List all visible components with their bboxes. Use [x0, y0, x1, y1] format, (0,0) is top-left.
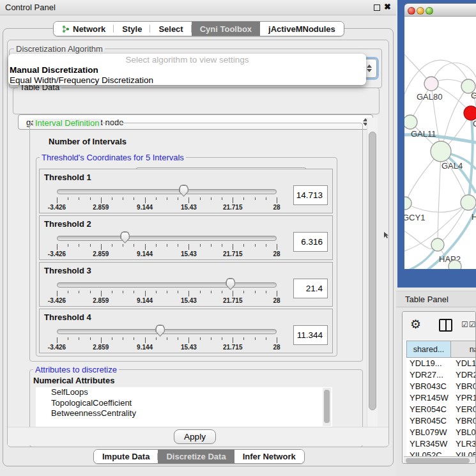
split-columns-icon[interactable]: [439, 319, 452, 332]
threshold-value-input[interactable]: [293, 279, 328, 298]
slider-tick: [57, 291, 58, 296]
table-row[interactable]: YIL052CYIL052C: [406, 450, 476, 456]
select-columns-icon[interactable]: ☑☑: [461, 320, 476, 329]
slider-tick: [243, 197, 244, 200]
network-icon: [62, 25, 70, 33]
slider-handle[interactable]: [155, 325, 165, 337]
table-cell: YER054C: [451, 404, 476, 415]
slider-tick-label: -3.426: [48, 344, 66, 351]
table-row[interactable]: YBR045CYBR045C: [406, 415, 476, 427]
slider-tick: [222, 337, 222, 340]
slider-tick: [57, 337, 58, 343]
slider-tick: [222, 291, 222, 293]
slider-handle[interactable]: [179, 185, 188, 197]
network-node-label: GAL80: [417, 92, 442, 102]
network-node[interactable]: [461, 195, 476, 210]
panel-vertical-scrollbar[interactable]: [367, 118, 378, 445]
algorithm-option-manual[interactable]: Manual Discretization: [8, 65, 366, 75]
table-row[interactable]: YER054CYER054C: [406, 404, 476, 415]
network-node[interactable]: [404, 197, 411, 210]
table-horizontal-scrollbar[interactable]: [404, 456, 475, 464]
network-node[interactable]: [404, 115, 417, 129]
float-window-icon[interactable]: [374, 4, 380, 11]
network-node[interactable]: [424, 77, 438, 91]
slider-tick: [90, 337, 91, 340]
tab-network[interactable]: Network: [54, 22, 114, 36]
apply-button[interactable]: Apply: [174, 429, 216, 444]
slider-tick: [101, 197, 102, 203]
algorithm-option-equal-width[interactable]: Equal Width/Frequency Discretization: [8, 75, 366, 86]
tab-jactivemnodules[interactable]: jActiveMNodules: [260, 22, 344, 36]
network-node[interactable]: [431, 141, 451, 162]
attribute-list-item[interactable]: TopologicalCoefficient: [36, 398, 332, 409]
table-row[interactable]: YLR345WYLR345W: [406, 438, 476, 450]
slider-tick: [255, 197, 256, 200]
slider-tick: [188, 244, 189, 250]
threshold-value-input[interactable]: [293, 232, 328, 252]
table-column-header[interactable]: name: [451, 341, 476, 358]
slider-tick: [211, 244, 211, 247]
attribute-list-item[interactable]: BetweennessCentrality: [36, 408, 332, 419]
slider-tick: [90, 197, 91, 200]
slider-tick: [243, 337, 244, 340]
algorithm-prompt-item[interactable]: Select algorithm to view settings: [8, 55, 366, 65]
network-node[interactable]: [464, 106, 476, 120]
threshold-value-input[interactable]: [293, 325, 328, 345]
slider-tick: [211, 291, 211, 293]
slider-track[interactable]: [57, 236, 277, 241]
threshold-row: Threshold 1-3.4262.8599.14415.4321.71528: [39, 169, 333, 213]
slider-tick: [277, 337, 277, 343]
threshold-label: Threshold 1: [44, 173, 91, 182]
slider-tick: [112, 197, 112, 200]
threshold-value-input[interactable]: [293, 185, 328, 205]
network-window-titlebar[interactable]: [404, 3, 476, 17]
slider-tick: [277, 244, 277, 250]
tab-select[interactable]: Select: [150, 22, 191, 36]
slider-tick-label: 15.43: [181, 297, 197, 304]
table-row[interactable]: YDR27...YDR27...: [406, 369, 476, 381]
slider-handle[interactable]: [226, 278, 235, 290]
slider-tick: [255, 291, 256, 293]
slider-handle[interactable]: [120, 231, 130, 243]
subtab-infer-network[interactable]: Infer Network: [234, 450, 304, 463]
table-row[interactable]: YDL19...YDL19...: [406, 358, 476, 369]
slider-track[interactable]: [57, 329, 277, 334]
attributes-list-scrollbar[interactable]: [323, 388, 331, 426]
tab-style[interactable]: Style: [114, 22, 150, 36]
tab-cyni-toolbox[interactable]: Cyni Toolbox: [192, 22, 260, 36]
table-column-header[interactable]: shared...: [406, 341, 451, 358]
subtab-discretize-data[interactable]: Discretize Data: [158, 450, 234, 463]
close-icon[interactable]: ✖: [384, 2, 391, 12]
table-row[interactable]: YBL079WYBL079W: [406, 427, 476, 438]
slider-tick: [233, 291, 233, 296]
slider-track[interactable]: [57, 189, 277, 194]
table-row[interactable]: YBR043CYBR043C: [406, 381, 476, 392]
network-canvas[interactable]: GAL80GACGAL11GAL4GCY1HHAP2: [404, 17, 476, 269]
network-node-label: H: [472, 212, 476, 222]
slider-tick-label: 21.715: [223, 344, 243, 351]
subtab-impute-data[interactable]: Impute Data: [94, 450, 158, 463]
numerical-attributes-list[interactable]: SelfLoopsTopologicalCoefficientBetweenne…: [36, 387, 332, 427]
slider-tick: [134, 244, 134, 247]
slider-tick: [101, 337, 102, 343]
slider-tick: [156, 291, 157, 293]
slider-tick-label: -3.426: [48, 297, 66, 304]
interval-definition-title: Interval Definition: [33, 119, 101, 127]
network-node[interactable]: [431, 238, 444, 251]
network-desktop: GAL80GACGAL11GAL4GCY1HHAP2: [397, 0, 476, 288]
slider-track[interactable]: [57, 282, 277, 288]
table-cell: YBR043C: [406, 381, 451, 392]
table-row[interactable]: YPR145WYPR145W: [406, 392, 476, 404]
mouse-cursor: [383, 231, 390, 239]
zoom-traffic-light-icon[interactable]: [426, 7, 433, 15]
close-traffic-light-icon[interactable]: [408, 7, 415, 15]
slider-tick: [90, 291, 91, 293]
attribute-list-item[interactable]: SelfLoops: [36, 387, 332, 398]
slider-tick-label: 15.43: [181, 344, 197, 351]
slider-tick: [79, 337, 79, 340]
slider-tick: [233, 197, 233, 203]
gear-icon[interactable]: ⚙: [410, 317, 421, 332]
minimize-traffic-light-icon[interactable]: [417, 7, 424, 15]
network-node[interactable]: [449, 260, 461, 269]
slider-tick: [79, 291, 79, 293]
